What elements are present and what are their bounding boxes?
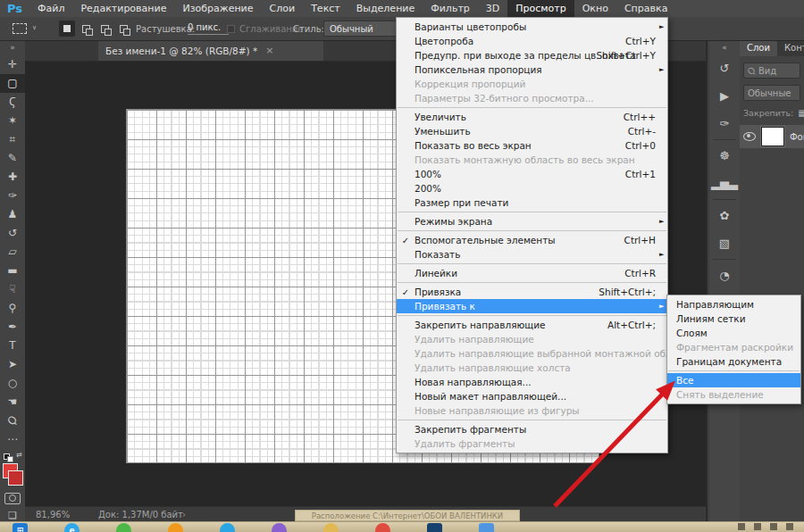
tray-icon[interactable] [754, 523, 761, 530]
default-swatches-control[interactable]: ⇄ [0, 451, 25, 461]
tool-smudge[interactable]: ☟ [0, 280, 25, 299]
menu-item-lock-slices[interactable]: Закрепить фрагменты [397, 422, 667, 436]
panel-icon-navigator[interactable]: ☸ [709, 142, 740, 170]
antialias-checkbox[interactable] [227, 25, 235, 33]
document-tab[interactable]: Без имени-1 @ 82% (RGB/8#) * × [98, 40, 323, 61]
tool-magic-wand[interactable]: ✶ [0, 112, 25, 130]
tab-layers[interactable]: Слои [740, 40, 777, 56]
tray-icon[interactable] [786, 523, 793, 530]
menubar-view[interactable]: Просмотр [507, 0, 574, 17]
submenu-item-document-bounds[interactable]: Границам документа [667, 354, 800, 369]
menu-item-proof-setup[interactable]: Варианты цветопробы [397, 20, 667, 34]
menu-item-snap[interactable]: Привязка Shift+Ctrl+; [397, 285, 667, 299]
taskbar-icon-app-red[interactable] [375, 523, 390, 532]
menu-item-fit-artboard[interactable]: Показать монтажную область во весь экран [397, 153, 667, 167]
tool-gradient[interactable]: ▬ [0, 262, 25, 280]
tool-eyedropper[interactable]: ✎ [0, 149, 25, 168]
panel-icon-actions[interactable]: ▶ [709, 82, 740, 110]
menu-item-new-guide[interactable]: Новая направляющая... [397, 375, 667, 389]
submenu-item-all[interactable]: Все [667, 373, 800, 387]
taskbar-icon-folder[interactable] [479, 523, 494, 532]
panel-icon-adjustments[interactable]: ◔ [709, 262, 740, 289]
quick-mask-button[interactable] [4, 493, 21, 504]
panel-icon-tool-presets[interactable]: ✑ [709, 110, 740, 137]
tool-pen[interactable]: ✒ [0, 318, 25, 337]
menu-item-clear-canvas-guides[interactable]: Удалить направляющие холста [397, 361, 667, 375]
menu-item-zoom-in[interactable]: Увеличить Ctrl++ [397, 110, 667, 124]
menu-item-pixel-aspect-correction[interactable]: Коррекция пропорций [397, 77, 667, 91]
new-selection-button[interactable] [59, 21, 75, 37]
menu-item-print-size[interactable]: Размер при печати [397, 195, 667, 210]
menu-item-32bit-options[interactable]: Параметры 32-битного просмотра... [397, 91, 667, 105]
subtract-from-selection-button[interactable] [96, 21, 113, 37]
menu-item-clear-slices[interactable]: Удалить фрагменты [397, 436, 667, 451]
menu-item-rulers[interactable]: Линейки Ctrl+R [397, 266, 667, 280]
submenu-item-layers[interactable]: Слоям [667, 326, 800, 340]
tool-brush[interactable]: ✑ [0, 187, 25, 205]
marquee-tool-icon[interactable] [13, 23, 27, 34]
taskbar-icon-app-green[interactable] [116, 523, 131, 532]
submenu-item-grid[interactable]: Линиям сетки [667, 312, 800, 326]
tool-move[interactable]: ✛ [0, 55, 25, 74]
tool-clone-stamp[interactable]: ♟ [0, 205, 25, 224]
tool-dodge[interactable]: ⚲ [0, 299, 25, 318]
taskbar-icon-internet-explorer[interactable]: e [64, 523, 80, 532]
submenu-item-slices[interactable]: Фрагментам раскройки [667, 340, 800, 354]
panel-icon-histogram[interactable]: ▂▅▃ [709, 170, 740, 197]
chevron-down-icon[interactable]: ∨ [32, 24, 37, 31]
submenu-item-none[interactable]: Снять выделение [667, 387, 800, 402]
layer-thumbnail[interactable] [761, 127, 784, 146]
tool-healing-brush[interactable]: ✚ [0, 168, 25, 187]
visibility-eye-icon[interactable] [743, 132, 756, 141]
taskbar-icon-skype[interactable] [220, 523, 235, 532]
menubar-filter[interactable]: Фильтр [423, 0, 478, 17]
collapse-panels-icon[interactable]: « [709, 40, 740, 54]
add-to-selection-button[interactable] [78, 21, 94, 37]
panel-icon-color[interactable]: ✿ [709, 202, 740, 229]
menu-item-clear-guides[interactable]: Удалить направляющие [397, 332, 667, 346]
toolbar-expand-icon[interactable]: » [10, 40, 15, 55]
screen-mode-button[interactable]: ❏ [8, 510, 17, 521]
panel-icon-paths-shapes[interactable]: ▧ [709, 229, 740, 257]
menu-item-snap-to[interactable]: Привязать к [397, 299, 667, 313]
tool-history-brush[interactable]: ↺ [0, 224, 25, 243]
menu-item-zoom-200[interactable]: 200% [397, 181, 667, 195]
swap-colors-icon[interactable]: ⇄ [16, 451, 22, 459]
menu-item-lock-guides[interactable]: Закрепить направляющие Alt+Ctrl+; [397, 318, 667, 332]
menu-item-screen-modes[interactable]: Режимы экрана [397, 214, 667, 229]
tool-rectangular-marquee[interactable]: ▢ [0, 74, 25, 93]
tool-lasso[interactable]: Ϛ [0, 93, 25, 112]
menubar-help[interactable]: Справка [616, 0, 675, 17]
blend-mode-select[interactable]: Обычные [743, 85, 800, 101]
taskbar-icon-viber[interactable] [272, 523, 287, 532]
tool-ellipse[interactable]: ○ [0, 374, 25, 393]
tray-icon[interactable] [770, 523, 777, 530]
menubar-image[interactable]: Изображение [174, 0, 261, 17]
tray-icon[interactable] [738, 523, 745, 530]
menu-item-zoom-out[interactable]: Уменьшить Ctrl+- [397, 124, 667, 138]
menu-item-clear-artboard-guides[interactable]: Удалить направляющие выбранной монтажной… [397, 346, 667, 361]
intersect-selection-button[interactable] [115, 21, 131, 37]
tool-type[interactable]: T [0, 337, 25, 355]
taskbar-icon-app-orange[interactable] [168, 523, 183, 532]
menu-item-guides-from-shape[interactable]: Новые направляющие из фигуры [397, 403, 667, 418]
status-chevron-icon[interactable]: › [182, 510, 186, 520]
menubar-window[interactable]: Окно [574, 0, 616, 17]
submenu-item-guides[interactable]: Направляющим [667, 297, 800, 312]
tool-hand[interactable]: ☚ [0, 393, 25, 411]
tool-zoom[interactable]: Ϙ [0, 411, 25, 430]
lock-transparency-icon[interactable]: ▦ [798, 108, 804, 118]
close-icon[interactable]: × [265, 45, 273, 56]
taskbar-icon-windows[interactable]: ⊞ [13, 523, 28, 532]
menubar-3d[interactable]: 3D [478, 0, 507, 17]
taskbar-icon-app-darkblue[interactable] [427, 523, 442, 532]
tool-crop[interactable]: ⌗ [0, 130, 25, 149]
background-color-swatch[interactable] [8, 470, 23, 486]
menubar-select[interactable]: Выделение [348, 0, 423, 17]
menubar-layers[interactable]: Слои [262, 0, 304, 17]
layer-filter-select[interactable]: Ϙ Вид [743, 62, 800, 79]
menubar-file[interactable]: Файл [29, 0, 72, 17]
menu-item-fit-on-screen[interactable]: Показать во весь экран Ctrl+0 [397, 138, 667, 153]
tool-eraser[interactable]: ▱ [0, 243, 25, 262]
menu-item-pixel-aspect-ratio[interactable]: Попиксельная пропорция [397, 62, 667, 77]
